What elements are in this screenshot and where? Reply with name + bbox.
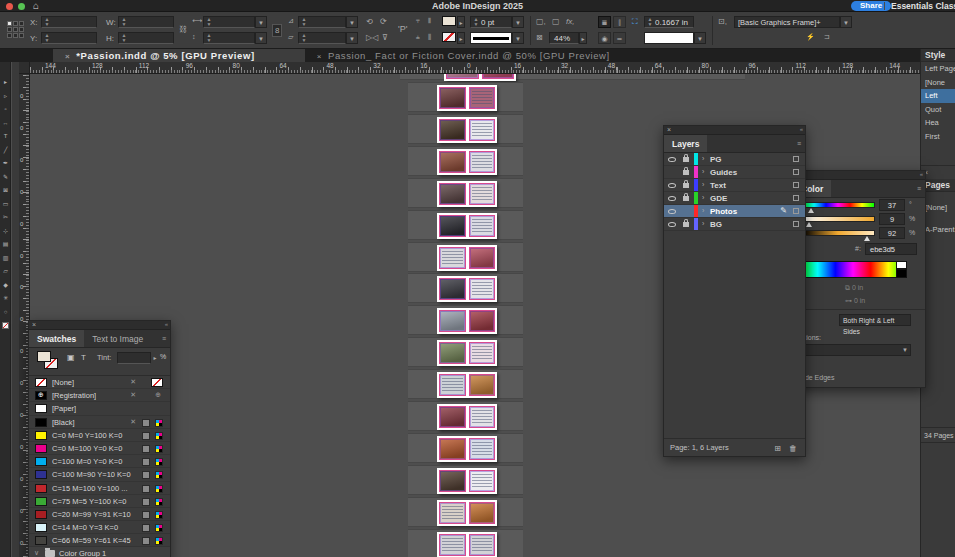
stroke-weight-field[interactable]: ▲▼0 pt (470, 16, 512, 28)
tint-dropdown[interactable]: ▸ (151, 352, 159, 364)
close-icon[interactable]: × (667, 126, 671, 133)
layer-row-text[interactable]: ›Text (664, 179, 805, 192)
line-tool[interactable]: ╱ (0, 144, 11, 158)
jump-object-button[interactable]: ≂ (613, 32, 626, 44)
spread-thumbnail[interactable] (437, 532, 497, 557)
style-item[interactable]: First (921, 130, 955, 144)
swatch-group-row[interactable]: ∨Color Group 1 (29, 547, 170, 557)
swatch-row[interactable]: C=20 M=99 Y=91 K=10 (29, 508, 170, 521)
saturation-value[interactable]: 9 (879, 213, 905, 225)
fitting-preview[interactable] (644, 32, 694, 44)
rotation-dropdown[interactable]: ▼ (346, 32, 358, 44)
color-spectrum[interactable] (799, 261, 907, 278)
rotate-cw-icon[interactable]: ⟳ (380, 17, 387, 26)
swatch-row[interactable]: C=75 M=5 Y=100 K=0 (29, 495, 170, 508)
offset-field-2[interactable]: ⊶ 0 in (845, 297, 865, 305)
pages-panel-title[interactable]: Pages (921, 179, 955, 192)
hex-field[interactable]: ebe3d5 (865, 243, 917, 255)
spread-thumbnail[interactable] (437, 149, 497, 175)
constrain-dimensions-icon[interactable]: ⛓ (179, 25, 187, 34)
w-field[interactable]: ▲▼ (118, 16, 174, 28)
wrap-around-bounding-box-button[interactable]: ≣ (598, 16, 611, 28)
flip-horizontal-icon[interactable]: ▷◁ (366, 33, 378, 42)
saturation-slider-thumb[interactable] (806, 222, 812, 227)
fill-stroke-proxy-icon[interactable] (2, 322, 9, 329)
h-field[interactable]: ▲▼ (118, 32, 174, 44)
rectangle-frame-tool[interactable]: ⊠ (0, 184, 11, 198)
hue-slider-thumb[interactable] (808, 208, 814, 213)
layer-row-bg[interactable]: ›BG (664, 218, 805, 231)
spread-thumbnail[interactable] (437, 276, 497, 302)
opacity-dropdown[interactable]: ▸ (579, 32, 587, 44)
shear-field[interactable]: ▲▼ (298, 16, 346, 28)
visibility-eye-icon[interactable] (668, 209, 676, 214)
swatch-row[interactable]: [Registration]✕⊕ (29, 389, 170, 402)
swatch-row[interactable]: C=66 M=59 Y=61 K=45 (29, 534, 170, 547)
spread-thumbnail[interactable] (437, 308, 497, 334)
share-button[interactable]: Share (851, 1, 891, 11)
swatch-row[interactable]: C=100 M=90 Y=10 K=0 (29, 468, 170, 481)
rectangle-tool[interactable]: ▭ (0, 198, 11, 212)
parent-page-item[interactable]: A-Parent (921, 219, 955, 241)
lock-icon[interactable] (683, 157, 689, 162)
panel-menu-icon[interactable]: ≡ (917, 185, 921, 192)
formatting-text-icon[interactable]: T (81, 353, 86, 362)
spread-thumbnail[interactable] (437, 372, 497, 398)
wrap-options-arrow[interactable]: ▼ (899, 344, 911, 356)
target-square[interactable] (793, 182, 799, 188)
type-tool[interactable]: T (0, 130, 11, 144)
page-tool[interactable]: ▫ (0, 103, 11, 117)
pencil-tool[interactable]: ✎ (0, 171, 11, 185)
effects-icon[interactable]: fx, (566, 17, 574, 26)
swatch-row[interactable]: C=14 M=0 Y=3 K=0 (29, 521, 170, 534)
corner-options-icon[interactable]: ▢, (536, 17, 546, 26)
lock-icon[interactable] (683, 183, 689, 188)
wrap-options-dropdown[interactable] (795, 344, 911, 356)
stroke-style-preview[interactable] (470, 32, 512, 44)
pen-tool[interactable]: ✒ (0, 157, 11, 171)
fill-color-dropdown[interactable]: ▸ (457, 16, 465, 28)
document-tab-active[interactable]: ×*Passion.indd @ 5% [GPU Preview] (53, 49, 305, 62)
brightness-slider-thumb[interactable] (864, 236, 870, 241)
fill-proxy-swatch[interactable] (37, 351, 51, 362)
target-square[interactable] (793, 169, 799, 175)
spread-thumbnail[interactable] (437, 340, 497, 366)
gradient-tool[interactable]: ▤ (0, 238, 11, 252)
gap-tool[interactable]: ↔ (0, 117, 11, 131)
expand-arrow-icon[interactable]: › (702, 168, 704, 175)
swatch-row[interactable]: [Paper] (29, 402, 170, 415)
target-square[interactable] (793, 195, 799, 201)
panel-menu-icon[interactable]: ≡ (797, 140, 801, 147)
delete-layer-icon[interactable]: 🗑 (789, 444, 797, 453)
target-square[interactable] (793, 208, 799, 214)
tint-field[interactable] (117, 352, 151, 364)
no-text-wrap-button[interactable]: ◉ (598, 32, 611, 44)
target-square[interactable] (793, 156, 799, 162)
ruler-origin[interactable] (19, 62, 30, 74)
spread-thumbnail[interactable] (437, 404, 497, 430)
stroke-weight-dropdown[interactable]: ▼ (512, 16, 524, 28)
wrap-around-object-button[interactable]: ⫿ (613, 16, 626, 28)
style-item[interactable]: Quot (921, 103, 955, 117)
spread-thumbnail[interactable] (437, 181, 497, 207)
swatch-row[interactable]: [Black]✕ (29, 416, 170, 429)
wrap-offset-field[interactable]: ▲▼0.1667 in (644, 16, 694, 28)
swatch-row[interactable]: C=15 M=100 Y=100 ... (29, 482, 170, 495)
swatch-row[interactable]: C=0 M=100 Y=0 K=0 (29, 442, 170, 455)
align-top-icon[interactable]: ⫧ (416, 17, 420, 25)
fill-color-swatch[interactable] (442, 16, 456, 26)
target-square[interactable] (793, 221, 799, 227)
expand-arrow-icon[interactable]: › (702, 155, 704, 162)
layer-row-pg[interactable]: ›PG (664, 153, 805, 166)
spread-thumbnail[interactable] (437, 436, 497, 462)
tab-text-to-image[interactable]: Text to Image (84, 330, 151, 347)
spread-thumbnail[interactable] (437, 500, 497, 526)
distribute-vertical-icon[interactable]: ⫼ (428, 33, 431, 41)
quick-apply-icon[interactable]: ⚡ (806, 33, 815, 41)
scale-y-field[interactable]: ▲▼ (203, 32, 255, 44)
expand-arrow-icon[interactable]: › (702, 181, 704, 188)
formatting-container-icon[interactable]: ▣ (67, 353, 75, 362)
swatch-row[interactable]: [None]✕ (29, 376, 170, 389)
brightness-slider[interactable] (801, 230, 875, 236)
opacity-field[interactable]: 44% (549, 32, 579, 44)
